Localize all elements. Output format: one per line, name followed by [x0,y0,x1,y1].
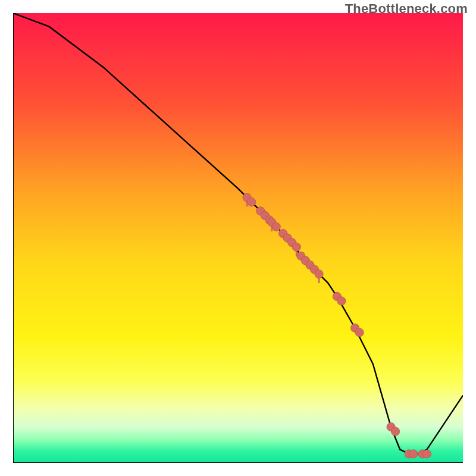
chart-svg [13,13,463,463]
data-point [292,243,300,251]
chart-background [13,13,463,463]
data-point [337,297,346,305]
data-point [247,198,255,206]
watermark-text: TheBottleneck.com [345,1,468,17]
data-point [272,223,280,231]
data-point [422,450,431,458]
data-point [409,450,418,458]
data-point [315,270,323,278]
chart-plot-area [13,13,463,463]
data-point [355,328,364,337]
data-point [391,427,399,436]
